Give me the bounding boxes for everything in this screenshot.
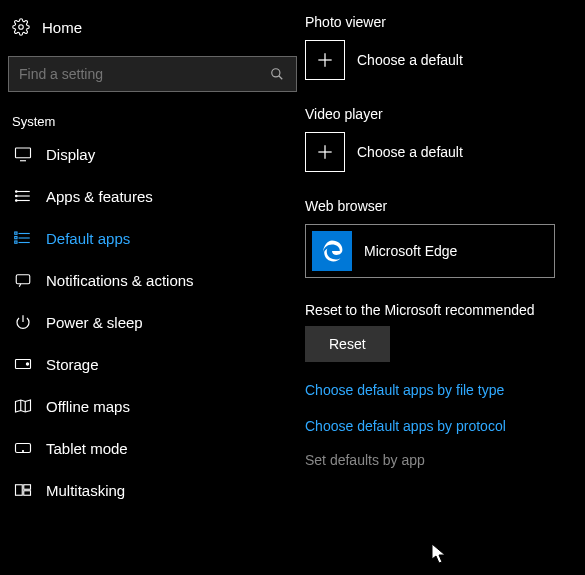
plus-icon [305,40,345,80]
storage-icon [14,355,32,373]
nav-item-label: Storage [46,356,99,373]
svg-point-20 [26,363,28,365]
svg-point-9 [16,195,18,197]
link-defaults-by-protocol[interactable]: Choose default apps by protocol [305,418,585,434]
choose-default-label: Choose a default [357,144,463,160]
nav-item-offline-maps[interactable]: Offline maps [0,385,305,427]
web-browser-selection[interactable]: Microsoft Edge [305,224,555,278]
link-defaults-by-filetype[interactable]: Choose default apps by file type [305,382,585,398]
multitasking-icon [14,481,32,499]
nav-item-multitasking[interactable]: Multitasking [0,469,305,511]
nav-item-label: Multitasking [46,482,125,499]
home-label: Home [42,19,82,36]
gear-icon [12,18,30,36]
nav-item-label: Display [46,146,95,163]
svg-rect-17 [16,275,30,284]
svg-rect-27 [24,491,31,496]
svg-rect-14 [15,232,17,234]
section-photo-viewer: Photo viewer Choose a default [305,14,585,80]
svg-rect-3 [16,148,31,158]
nav-item-label: Notifications & actions [46,272,194,289]
home-button[interactable]: Home [0,10,305,44]
link-set-defaults-by-app[interactable]: Set defaults by app [305,452,585,468]
svg-rect-15 [15,237,17,239]
nav-item-label: Tablet mode [46,440,128,457]
reset-section: Reset to the Microsoft recommended Reset [305,302,585,362]
svg-point-24 [22,450,23,451]
nav-item-apps-features[interactable]: Apps & features [0,175,305,217]
nav-item-label: Offline maps [46,398,130,415]
nav-item-power-sleep[interactable]: Power & sleep [0,301,305,343]
apps-icon [14,187,32,205]
nav-item-tablet-mode[interactable]: Tablet mode [0,427,305,469]
reset-button[interactable]: Reset [305,326,390,362]
plus-icon [305,132,345,172]
search-box[interactable] [8,56,297,92]
svg-line-2 [279,76,283,80]
nav-item-notifications[interactable]: Notifications & actions [0,259,305,301]
svg-point-10 [16,200,18,202]
default-apps-icon [14,229,32,247]
nav-item-storage[interactable]: Storage [0,343,305,385]
choose-video-player[interactable]: Choose a default [305,132,585,172]
section-web-browser: Web browser Microsoft Edge [305,198,585,278]
web-browser-app-name: Microsoft Edge [364,243,457,259]
edge-icon [312,231,352,271]
svg-rect-16 [15,241,17,243]
main-panel: Photo viewer Choose a default Video play… [305,0,585,575]
svg-point-1 [272,69,280,77]
power-icon [14,313,32,331]
maps-icon [14,397,32,415]
photo-viewer-label: Photo viewer [305,14,585,30]
display-icon [14,145,32,163]
nav-item-label: Power & sleep [46,314,143,331]
search-icon [268,65,286,83]
nav-item-label: Default apps [46,230,130,247]
web-browser-label: Web browser [305,198,585,214]
reset-caption: Reset to the Microsoft recommended [305,302,585,318]
sidebar: Home System Display Apps & features [0,0,305,575]
nav-item-display[interactable]: Display [0,133,305,175]
section-video-player: Video player Choose a default [305,106,585,172]
choose-photo-viewer[interactable]: Choose a default [305,40,585,80]
nav-item-label: Apps & features [46,188,153,205]
nav-item-default-apps[interactable]: Default apps [0,217,305,259]
choose-default-label: Choose a default [357,52,463,68]
svg-point-0 [19,25,24,30]
svg-rect-26 [24,485,31,490]
group-label-system: System [0,110,305,133]
svg-rect-25 [16,485,23,496]
search-input[interactable] [19,66,259,82]
notifications-icon [14,271,32,289]
tablet-icon [14,439,32,457]
video-player-label: Video player [305,106,585,122]
svg-point-8 [16,191,18,193]
